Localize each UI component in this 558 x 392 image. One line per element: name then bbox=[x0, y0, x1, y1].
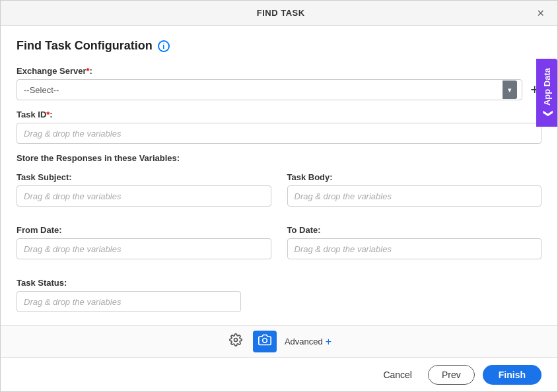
modal-title: FIND TASK bbox=[27, 8, 534, 18]
page-title-text: Find Task Configuration bbox=[17, 39, 153, 53]
to-date-field: To Date: bbox=[287, 225, 542, 259]
task-body-label: Task Body: bbox=[287, 172, 542, 182]
info-icon[interactable]: i bbox=[158, 40, 170, 52]
exchange-server-field: Exchange Server*: --Select-- ▾ + bbox=[17, 66, 541, 100]
task-subject-label: Task Subject: bbox=[17, 172, 271, 182]
to-date-label: To Date: bbox=[287, 225, 542, 235]
task-status-field: Task Status: bbox=[17, 278, 541, 312]
advanced-label: Advanced + bbox=[285, 336, 331, 348]
camera-icon-button[interactable] bbox=[253, 331, 277, 352]
app-data-tab[interactable]: ❮ App Data bbox=[536, 59, 557, 127]
svg-point-0 bbox=[234, 339, 237, 342]
modal-body: ❮ App Data Find Task Configuration i Exc… bbox=[1, 26, 557, 325]
from-date-input[interactable] bbox=[17, 238, 271, 259]
app-data-chevron-icon: ❮ bbox=[541, 110, 552, 117]
app-data-label: App Data bbox=[542, 68, 552, 106]
camera-icon bbox=[258, 333, 271, 346]
close-button[interactable]: × bbox=[534, 7, 547, 19]
task-id-field: Task ID*: bbox=[17, 110, 541, 144]
modal-header: FIND TASK × bbox=[1, 1, 557, 26]
from-date-label: From Date: bbox=[17, 225, 271, 235]
footer-bar: Advanced + bbox=[1, 325, 557, 357]
task-subject-field: Task Subject: bbox=[17, 172, 271, 207]
advanced-plus-icon[interactable]: + bbox=[326, 336, 331, 348]
gear-icon-button[interactable] bbox=[227, 331, 245, 352]
finish-button[interactable]: Finish bbox=[483, 365, 541, 385]
task-status-input[interactable] bbox=[17, 291, 241, 312]
modal-container: FIND TASK × ❮ App Data Find Task Configu… bbox=[0, 0, 558, 392]
cancel-button[interactable]: Cancel bbox=[375, 366, 420, 384]
task-id-input[interactable] bbox=[17, 123, 541, 144]
modal-actions: Cancel Prev Finish bbox=[1, 357, 557, 391]
gear-icon bbox=[229, 333, 242, 346]
prev-button[interactable]: Prev bbox=[428, 365, 475, 385]
task-id-label: Task ID*: bbox=[17, 110, 541, 119]
exchange-server-select-wrapper: --Select-- ▾ bbox=[17, 79, 522, 100]
exchange-server-row: --Select-- ▾ + bbox=[17, 79, 541, 100]
to-date-input[interactable] bbox=[287, 238, 542, 259]
exchange-server-select[interactable]: --Select-- bbox=[17, 79, 522, 100]
from-date-field: From Date: bbox=[17, 225, 271, 259]
store-section-label: Store the Responses in these Variables: bbox=[17, 153, 541, 163]
exchange-server-label: Exchange Server*: bbox=[17, 66, 541, 76]
task-subject-input[interactable] bbox=[17, 185, 271, 207]
task-body-field: Task Body: bbox=[287, 172, 542, 207]
task-status-label: Task Status: bbox=[17, 278, 541, 288]
svg-point-1 bbox=[263, 339, 267, 343]
response-fields-grid: Task Subject: Task Body: From Date: To D… bbox=[17, 172, 541, 269]
page-heading: Find Task Configuration i bbox=[17, 39, 541, 53]
task-body-input[interactable] bbox=[287, 185, 542, 207]
